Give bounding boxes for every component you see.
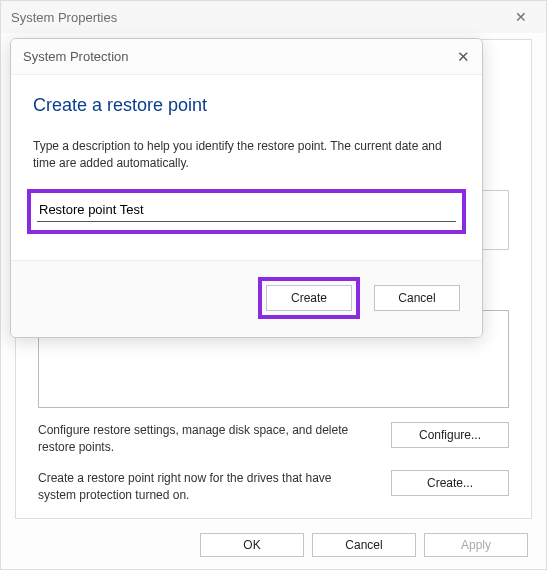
parent-title: System Properties xyxy=(11,10,117,25)
dialog-titlebar: System Protection ✕ xyxy=(11,39,482,75)
ok-button[interactable]: OK xyxy=(200,533,304,557)
configure-description: Configure restore settings, manage disk … xyxy=(38,422,391,456)
create-button-highlight: Create xyxy=(258,277,360,319)
create-description: Create a restore point right now for the… xyxy=(38,470,391,504)
apply-button: Apply xyxy=(424,533,528,557)
parent-footer: OK Cancel Apply xyxy=(200,533,528,557)
system-protection-dialog: System Protection ✕ Create a restore poi… xyxy=(10,38,483,338)
create-row: Create a restore point right now for the… xyxy=(38,470,509,504)
restore-point-name-input[interactable] xyxy=(37,198,456,222)
dialog-body: Create a restore point Type a descriptio… xyxy=(11,75,482,252)
dialog-footer: Create Cancel xyxy=(11,261,482,337)
create-button[interactable]: Create xyxy=(266,285,352,311)
dialog-description: Type a description to help you identify … xyxy=(33,138,460,173)
configure-button[interactable]: Configure... xyxy=(391,422,509,448)
configure-row: Configure restore settings, manage disk … xyxy=(38,422,509,456)
dialog-heading: Create a restore point xyxy=(33,95,460,116)
cancel-button[interactable]: Cancel xyxy=(374,285,460,311)
input-highlight xyxy=(27,189,466,234)
dialog-title: System Protection xyxy=(23,49,129,64)
close-icon[interactable]: ✕ xyxy=(506,9,536,25)
parent-titlebar: System Properties ✕ xyxy=(1,1,546,33)
cancel-button-bg[interactable]: Cancel xyxy=(312,533,416,557)
create-button-bg[interactable]: Create... xyxy=(391,470,509,496)
close-icon[interactable]: ✕ xyxy=(440,48,470,66)
